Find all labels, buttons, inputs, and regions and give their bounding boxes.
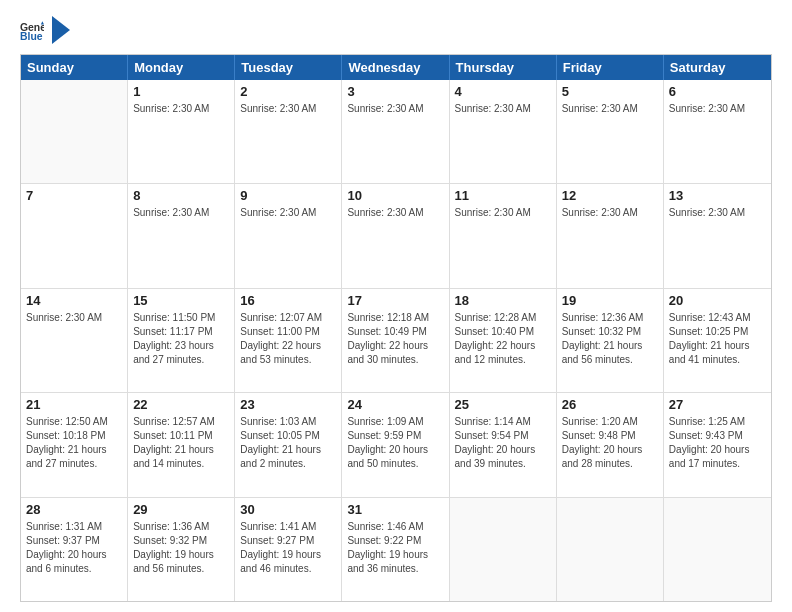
day-cell-15: 15Sunrise: 11:50 PMSunset: 11:17 PMDayli… [128, 289, 235, 392]
day-number: 25 [455, 397, 551, 412]
day-cell-16: 16Sunrise: 12:07 AMSunset: 11:00 PMDayli… [235, 289, 342, 392]
empty-cell [664, 498, 771, 601]
week-row-4: 21Sunrise: 12:50 AMSunset: 10:18 PMDayli… [21, 392, 771, 496]
svg-marker-3 [52, 16, 70, 44]
day-number: 19 [562, 293, 658, 308]
day-cell-26: 26Sunrise: 1:20 AMSunset: 9:48 PMDayligh… [557, 393, 664, 496]
day-number: 9 [240, 188, 336, 203]
day-number: 12 [562, 188, 658, 203]
day-info: Sunrise: 2:30 AM [133, 206, 229, 220]
day-cell-25: 25Sunrise: 1:14 AMSunset: 9:54 PMDayligh… [450, 393, 557, 496]
day-cell-3: 3Sunrise: 2:30 AM [342, 80, 449, 183]
day-cell-17: 17Sunrise: 12:18 AMSunset: 10:49 PMDayli… [342, 289, 449, 392]
calendar-header: SundayMondayTuesdayWednesdayThursdayFrid… [21, 55, 771, 80]
weekday-header-monday: Monday [128, 55, 235, 80]
day-cell-7: 7 [21, 184, 128, 287]
day-info: Sunrise: 2:30 AM [240, 206, 336, 220]
day-cell-21: 21Sunrise: 12:50 AMSunset: 10:18 PMDayli… [21, 393, 128, 496]
day-number: 13 [669, 188, 766, 203]
day-number: 1 [133, 84, 229, 99]
day-number: 27 [669, 397, 766, 412]
day-number: 20 [669, 293, 766, 308]
day-info: Sunrise: 2:30 AM [669, 206, 766, 220]
day-cell-19: 19Sunrise: 12:36 AMSunset: 10:32 PMDayli… [557, 289, 664, 392]
day-number: 31 [347, 502, 443, 517]
day-number: 18 [455, 293, 551, 308]
day-info: Sunrise: 11:50 PMSunset: 11:17 PMDayligh… [133, 311, 229, 367]
day-cell-6: 6Sunrise: 2:30 AM [664, 80, 771, 183]
day-number: 7 [26, 188, 122, 203]
day-cell-14: 14Sunrise: 2:30 AM [21, 289, 128, 392]
day-number: 3 [347, 84, 443, 99]
day-number: 21 [26, 397, 122, 412]
day-info: Sunrise: 12:43 AMSunset: 10:25 PMDayligh… [669, 311, 766, 367]
day-info: Sunrise: 2:30 AM [562, 102, 658, 116]
day-number: 2 [240, 84, 336, 99]
day-number: 14 [26, 293, 122, 308]
weekday-header-sunday: Sunday [21, 55, 128, 80]
day-info: Sunrise: 2:30 AM [347, 102, 443, 116]
day-cell-24: 24Sunrise: 1:09 AMSunset: 9:59 PMDayligh… [342, 393, 449, 496]
day-info: Sunrise: 1:03 AMSunset: 10:05 PMDaylight… [240, 415, 336, 471]
day-number: 4 [455, 84, 551, 99]
calendar-body: 1Sunrise: 2:30 AM2Sunrise: 2:30 AM3Sunri… [21, 80, 771, 601]
day-cell-4: 4Sunrise: 2:30 AM [450, 80, 557, 183]
day-info: Sunrise: 2:30 AM [669, 102, 766, 116]
weekday-header-wednesday: Wednesday [342, 55, 449, 80]
day-cell-12: 12Sunrise: 2:30 AM [557, 184, 664, 287]
day-info: Sunrise: 2:30 AM [133, 102, 229, 116]
day-number: 11 [455, 188, 551, 203]
day-cell-29: 29Sunrise: 1:36 AMSunset: 9:32 PMDayligh… [128, 498, 235, 601]
day-info: Sunrise: 1:36 AMSunset: 9:32 PMDaylight:… [133, 520, 229, 576]
day-number: 24 [347, 397, 443, 412]
day-number: 29 [133, 502, 229, 517]
logo-arrow-icon [52, 16, 70, 44]
day-info: Sunrise: 12:28 AMSunset: 10:40 PMDayligh… [455, 311, 551, 367]
page-header: General Blue [20, 16, 772, 44]
day-cell-20: 20Sunrise: 12:43 AMSunset: 10:25 PMDayli… [664, 289, 771, 392]
day-number: 26 [562, 397, 658, 412]
day-cell-8: 8Sunrise: 2:30 AM [128, 184, 235, 287]
empty-cell [450, 498, 557, 601]
day-info: Sunrise: 2:30 AM [240, 102, 336, 116]
day-cell-22: 22Sunrise: 12:57 AMSunset: 10:11 PMDayli… [128, 393, 235, 496]
logo: General Blue [20, 16, 70, 44]
day-info: Sunrise: 1:25 AMSunset: 9:43 PMDaylight:… [669, 415, 766, 471]
day-info: Sunrise: 12:36 AMSunset: 10:32 PMDayligh… [562, 311, 658, 367]
week-row-3: 14Sunrise: 2:30 AM15Sunrise: 11:50 PMSun… [21, 288, 771, 392]
weekday-header-thursday: Thursday [450, 55, 557, 80]
week-row-5: 28Sunrise: 1:31 AMSunset: 9:37 PMDayligh… [21, 497, 771, 601]
empty-cell [21, 80, 128, 183]
day-number: 6 [669, 84, 766, 99]
day-info: Sunrise: 2:30 AM [562, 206, 658, 220]
day-info: Sunrise: 1:41 AMSunset: 9:27 PMDaylight:… [240, 520, 336, 576]
day-number: 10 [347, 188, 443, 203]
day-info: Sunrise: 12:57 AMSunset: 10:11 PMDayligh… [133, 415, 229, 471]
day-info: Sunrise: 1:14 AMSunset: 9:54 PMDaylight:… [455, 415, 551, 471]
day-cell-23: 23Sunrise: 1:03 AMSunset: 10:05 PMDaylig… [235, 393, 342, 496]
day-number: 23 [240, 397, 336, 412]
day-cell-10: 10Sunrise: 2:30 AM [342, 184, 449, 287]
day-info: Sunrise: 2:30 AM [347, 206, 443, 220]
weekday-header-saturday: Saturday [664, 55, 771, 80]
day-cell-18: 18Sunrise: 12:28 AMSunset: 10:40 PMDayli… [450, 289, 557, 392]
day-info: Sunrise: 12:18 AMSunset: 10:49 PMDayligh… [347, 311, 443, 367]
day-number: 8 [133, 188, 229, 203]
day-cell-28: 28Sunrise: 1:31 AMSunset: 9:37 PMDayligh… [21, 498, 128, 601]
empty-cell [557, 498, 664, 601]
day-number: 17 [347, 293, 443, 308]
day-info: Sunrise: 1:31 AMSunset: 9:37 PMDaylight:… [26, 520, 122, 576]
day-info: Sunrise: 12:50 AMSunset: 10:18 PMDayligh… [26, 415, 122, 471]
day-number: 28 [26, 502, 122, 517]
week-row-2: 78Sunrise: 2:30 AM9Sunrise: 2:30 AM10Sun… [21, 183, 771, 287]
day-cell-27: 27Sunrise: 1:25 AMSunset: 9:43 PMDayligh… [664, 393, 771, 496]
day-info: Sunrise: 1:09 AMSunset: 9:59 PMDaylight:… [347, 415, 443, 471]
day-cell-13: 13Sunrise: 2:30 AM [664, 184, 771, 287]
day-cell-1: 1Sunrise: 2:30 AM [128, 80, 235, 183]
day-cell-2: 2Sunrise: 2:30 AM [235, 80, 342, 183]
day-cell-11: 11Sunrise: 2:30 AM [450, 184, 557, 287]
day-info: Sunrise: 1:46 AMSunset: 9:22 PMDaylight:… [347, 520, 443, 576]
day-number: 22 [133, 397, 229, 412]
day-info: Sunrise: 12:07 AMSunset: 11:00 PMDayligh… [240, 311, 336, 367]
weekday-header-friday: Friday [557, 55, 664, 80]
